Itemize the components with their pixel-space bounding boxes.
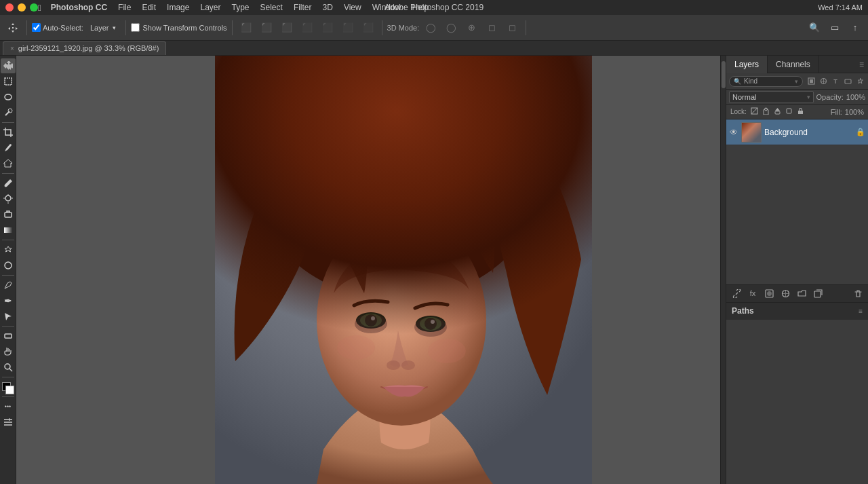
- layer-dropdown[interactable]: Layer: [85, 19, 121, 37]
- distribute-icon[interactable]: ⬛: [359, 19, 377, 37]
- tab-layers[interactable]: Layers: [726, 56, 768, 73]
- menu-3d[interactable]: 3D: [323, 3, 333, 12]
- menu-type[interactable]: Type: [232, 3, 250, 12]
- fill-value[interactable]: 100%: [845, 108, 864, 116]
- maximize-button[interactable]: [30, 3, 38, 12]
- add-style-icon[interactable]: fx: [745, 286, 760, 300]
- tool-shape[interactable]: [1, 329, 16, 343]
- link-layers-icon[interactable]: [729, 286, 744, 300]
- auto-select-checkbox[interactable]: [32, 23, 41, 32]
- menu-filter[interactable]: Filter: [294, 3, 312, 12]
- tool-ruler[interactable]: [1, 156, 16, 171]
- filter-type-icon[interactable]: T: [830, 76, 841, 87]
- layer-lock-icon[interactable]: 🔒: [856, 128, 865, 136]
- lock-pixels-icon[interactable]: [762, 107, 770, 116]
- tool-hand[interactable]: [1, 344, 16, 359]
- menu-file[interactable]: File: [118, 3, 131, 12]
- tool-path-selection[interactable]: [1, 309, 16, 324]
- blend-mode-dropdown[interactable]: Normal ▾: [729, 91, 814, 103]
- new-group-icon[interactable]: [794, 286, 809, 300]
- tool-gradient[interactable]: [1, 223, 16, 238]
- tool-eyedropper[interactable]: [1, 141, 16, 155]
- layers-filter-row: 🔍 Kind ▾ T: [726, 73, 868, 90]
- vertical-scrollbar[interactable]: [720, 56, 726, 484]
- tool-rectangular-marquee[interactable]: [1, 74, 16, 89]
- lock-transparent-icon[interactable]: [751, 107, 758, 116]
- tool-type[interactable]: ✒: [1, 293, 16, 308]
- menu-edit[interactable]: Edit: [142, 3, 156, 12]
- new-layer-icon[interactable]: [810, 286, 825, 300]
- tab-close-icon[interactable]: ×: [10, 45, 14, 52]
- filter-smart-icon[interactable]: [854, 76, 865, 87]
- filter-shape-icon[interactable]: [842, 76, 853, 87]
- layer-item-background[interactable]: 👁 Background 🔒: [726, 119, 868, 145]
- align-left-icon[interactable]: ⬛: [237, 19, 255, 37]
- title-bar:  Photoshop CC File Edit Image Layer Typ…: [0, 0, 868, 15]
- traffic-lights[interactable]: [5, 3, 38, 12]
- lock-artboard-icon[interactable]: [785, 107, 793, 116]
- filter-kind-search[interactable]: 🔍 Kind ▾: [729, 76, 803, 87]
- lock-position-icon[interactable]: [774, 107, 781, 116]
- add-mask-icon[interactable]: [762, 286, 776, 300]
- align-bottom-icon[interactable]: ⬛: [339, 19, 357, 37]
- tool-crop[interactable]: [1, 125, 16, 140]
- tab-channels[interactable]: Channels: [768, 56, 819, 73]
- workspace-icon[interactable]: ▭: [826, 19, 844, 37]
- tool-pen[interactable]: [1, 278, 16, 293]
- tool-edit-toolbar[interactable]: [1, 415, 16, 430]
- filter-adjustment-icon[interactable]: [818, 76, 829, 87]
- panel-menu-icon[interactable]: ≡: [855, 56, 868, 73]
- layer-eye-icon[interactable]: 👁: [729, 128, 738, 137]
- tool-lasso[interactable]: [1, 90, 16, 105]
- menu-image[interactable]: Image: [167, 3, 189, 12]
- background-color[interactable]: [5, 386, 14, 394]
- menu-window[interactable]: Window: [372, 3, 401, 12]
- canvas-document[interactable]: [215, 56, 592, 484]
- menu-view[interactable]: View: [344, 3, 361, 12]
- menu-select[interactable]: Select: [260, 3, 283, 12]
- align-center-v-icon[interactable]: ⬛: [319, 19, 336, 37]
- align-right-icon[interactable]: ⬛: [278, 19, 296, 37]
- 3d-pan-icon[interactable]: ⊕: [462, 19, 480, 37]
- document-tab[interactable]: × girl-2359121_1920.jpg @ 33.3% (RGB/8#): [3, 41, 166, 55]
- share-icon[interactable]: ↑: [846, 19, 864, 37]
- align-top-icon[interactable]: ⬛: [298, 19, 316, 37]
- menu-help[interactable]: Help: [412, 3, 429, 12]
- opacity-value[interactable]: 100%: [846, 93, 865, 101]
- move-tool-icon[interactable]: [4, 19, 22, 37]
- search-toolbar-icon[interactable]: 🔍: [806, 19, 823, 37]
- tool-brush[interactable]: [1, 176, 16, 191]
- color-swatches[interactable]: [1, 381, 16, 394]
- delete-layer-icon[interactable]: [850, 286, 865, 300]
- apple-icon[interactable]: : [38, 3, 41, 13]
- tool-clone-stamp[interactable]: [1, 191, 16, 206]
- new-fill-icon[interactable]: [778, 286, 793, 300]
- 3d-scale-icon[interactable]: ◻: [503, 19, 521, 37]
- tool-extras[interactable]: •••: [1, 399, 16, 414]
- tool-blur[interactable]: [1, 242, 16, 257]
- filter-pixel-icon[interactable]: [806, 76, 816, 87]
- tool-sep4: [2, 275, 14, 276]
- minimize-button[interactable]: [18, 3, 26, 12]
- show-transform-checkbox[interactable]: [131, 23, 140, 32]
- tool-zoom[interactable]: [1, 360, 16, 375]
- lock-all-icon[interactable]: [797, 107, 804, 116]
- tool-sep5: [2, 326, 14, 327]
- svg-rect-0: [5, 78, 12, 85]
- show-transform-label[interactable]: Show Transform Controls: [131, 23, 226, 32]
- align-center-h-icon[interactable]: ⬛: [258, 19, 275, 37]
- tool-move[interactable]: [1, 58, 16, 73]
- menu-layer[interactable]: Layer: [200, 3, 220, 12]
- 3d-orbit-icon[interactable]: ◯: [422, 19, 439, 37]
- eye-icon[interactable]: 👁: [730, 128, 738, 137]
- close-button[interactable]: [5, 3, 14, 12]
- tool-sep2: [2, 173, 14, 174]
- 3d-roll-icon[interactable]: ◯: [442, 19, 460, 37]
- 3d-slide-icon[interactable]: ◻: [483, 19, 500, 37]
- tool-eraser[interactable]: [1, 207, 16, 222]
- tool-dodge[interactable]: [1, 258, 16, 273]
- tool-magic-wand[interactable]: [1, 105, 16, 120]
- scrollbar-thumb[interactable]: [722, 61, 726, 88]
- fill-row: Fill: 100%: [831, 108, 864, 116]
- paths-menu-icon[interactable]: ≡: [859, 308, 863, 315]
